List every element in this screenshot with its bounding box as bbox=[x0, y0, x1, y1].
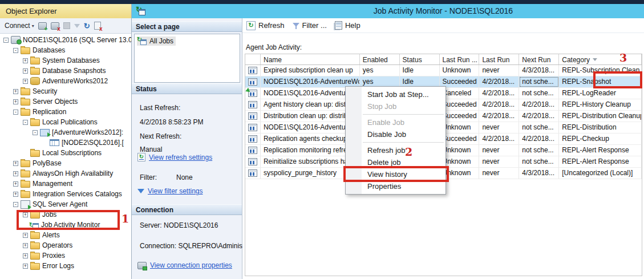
collapse-icon[interactable]: - bbox=[13, 48, 18, 53]
tree-item[interactable]: +Management bbox=[0, 179, 131, 189]
job-icon-cell bbox=[245, 76, 261, 87]
connect-server-icon[interactable] bbox=[38, 22, 47, 30]
annotation-number-3: 3 bbox=[619, 51, 627, 64]
view-connection-properties-link[interactable]: View connection properties bbox=[137, 261, 232, 269]
column-filter-icon[interactable] bbox=[593, 58, 597, 61]
expand-icon[interactable]: + bbox=[23, 68, 28, 74]
cell-category: REPL-History Cleanup bbox=[559, 99, 642, 110]
context-menu-item-disable-job[interactable]: Disable Job bbox=[346, 128, 445, 140]
cell-next-run: not sche... bbox=[519, 122, 559, 133]
tree-item-label: AlwaysOn High Availability bbox=[33, 168, 113, 179]
connect-button[interactable]: Connect ▾ bbox=[5, 22, 34, 30]
context-menu-item-refresh-job[interactable]: Refresh job bbox=[346, 144, 445, 156]
tree-item[interactable]: Local Subscriptions bbox=[0, 148, 131, 158]
cell-next-run: 4/3/2018... bbox=[519, 65, 559, 76]
tree-item[interactable]: +Proxies bbox=[0, 250, 131, 261]
grid-header-last-run-[interactable]: Last Run ... bbox=[440, 54, 480, 64]
expand-icon[interactable]: + bbox=[13, 171, 18, 176]
grid-header-category[interactable]: Category bbox=[559, 54, 642, 64]
grid-header-enabled[interactable]: Enabled bbox=[360, 54, 400, 64]
tree-item[interactable]: Job Activity Monitor bbox=[0, 220, 131, 230]
tree-item[interactable]: -Databases bbox=[0, 45, 131, 55]
context-menu-item-view-history[interactable]: View history bbox=[346, 168, 445, 180]
tree-item-label: Security bbox=[33, 86, 57, 96]
tree-item-label: NODE1\SQL2016 (SQL Server 13.0.1 bbox=[23, 35, 131, 45]
cell-category: REPL-Distribution Cleanup bbox=[559, 111, 642, 122]
tree-item[interactable]: +Error Logs bbox=[0, 261, 131, 271]
filter-button[interactable]: Filter ... bbox=[293, 21, 327, 30]
context-menu-item-start-job-at-step-[interactable]: Start Job at Step... bbox=[346, 88, 445, 100]
expand-icon[interactable]: + bbox=[13, 89, 18, 94]
refresh-settings-icon: ↻ bbox=[137, 153, 145, 161]
grid-header-last-run[interactable]: Last Run bbox=[479, 54, 519, 64]
object-explorer-panel: Object Explorer Connect ▾ ↻ -NODE1\SQL20… bbox=[0, 4, 132, 279]
filter-icon bbox=[293, 22, 299, 29]
cell-last-run: never bbox=[479, 65, 519, 76]
page-item-label: All Jobs bbox=[149, 37, 173, 45]
expand-icon[interactable]: + bbox=[23, 253, 28, 258]
expand-icon[interactable]: + bbox=[23, 243, 28, 248]
expand-icon[interactable]: + bbox=[23, 212, 28, 217]
view-filter-settings-link[interactable]: View filter settings bbox=[137, 187, 203, 195]
status-header: Status bbox=[132, 83, 242, 94]
tree-item[interactable]: +Security bbox=[0, 86, 131, 96]
tree-item[interactable]: +Alerts bbox=[0, 230, 131, 240]
tree-item[interactable]: +Server Objects bbox=[0, 96, 131, 107]
collapse-icon[interactable]: - bbox=[33, 130, 38, 135]
context-menu-item-properties[interactable]: Properties bbox=[346, 180, 445, 192]
context-menu-item-delete-job[interactable]: Delete job bbox=[346, 156, 445, 168]
expand-icon[interactable]: + bbox=[13, 192, 18, 197]
expand-icon[interactable]: + bbox=[13, 99, 18, 104]
tree-item[interactable]: -Local Publications bbox=[0, 117, 131, 127]
grid-header-status[interactable]: Status bbox=[400, 54, 440, 64]
expand-icon[interactable]: + bbox=[23, 264, 28, 269]
collapse-icon[interactable]: - bbox=[13, 202, 18, 207]
context-menu-item-stop-job: Stop Job bbox=[346, 100, 445, 112]
tree-item[interactable]: +System Databases bbox=[0, 55, 131, 66]
tree-item[interactable]: +PolyBase bbox=[0, 158, 131, 168]
view-refresh-settings-link[interactable]: ↻ View refresh settings bbox=[137, 153, 212, 161]
script-error-icon[interactable] bbox=[94, 22, 101, 30]
job-icon-cell bbox=[245, 88, 261, 99]
folder-icon bbox=[21, 181, 30, 188]
folder-icon bbox=[21, 47, 30, 54]
filter-label: Filter ... bbox=[302, 21, 327, 30]
expand-icon[interactable]: + bbox=[13, 161, 18, 166]
tree-item[interactable]: -NODE1\SQL2016 (SQL Server 13.0.1 bbox=[0, 35, 131, 45]
job-row[interactable]: Expired subscription clean upyesIdleUnkn… bbox=[245, 65, 642, 76]
cell-last-run: 4/2/2018... bbox=[479, 99, 519, 110]
help-button[interactable]: Help bbox=[335, 21, 361, 30]
expand-icon[interactable]: + bbox=[23, 58, 28, 63]
tree-item[interactable]: [NODE2\SQL2016].[ bbox=[0, 138, 131, 148]
cell-next-run: 4/3/2018... bbox=[519, 168, 559, 179]
tree-item[interactable]: +AdventureWorks2012 bbox=[0, 76, 131, 86]
disconnect-server-icon[interactable] bbox=[51, 22, 59, 30]
job-icon-cell bbox=[245, 145, 261, 156]
grid-header-name[interactable]: Name bbox=[261, 54, 360, 64]
cell-category: REPL-Subscription Clean... bbox=[559, 65, 642, 76]
filter-value: None bbox=[176, 173, 193, 181]
grid-label: Agent Job Activity: bbox=[246, 43, 302, 51]
page-item-all-jobs[interactable]: All Jobs bbox=[137, 37, 176, 46]
tree-item[interactable]: +Jobs bbox=[0, 209, 131, 220]
column-header-label: Enabled bbox=[363, 56, 388, 64]
tree-item[interactable]: +AlwaysOn High Availability bbox=[0, 168, 131, 179]
tree-item[interactable]: -[AdventureWorks2012]: bbox=[0, 127, 131, 138]
tree-item[interactable]: -Replication bbox=[0, 107, 131, 117]
collapse-icon[interactable]: - bbox=[13, 110, 18, 115]
tree-item[interactable]: +Integration Services Catalogs bbox=[0, 189, 131, 199]
refresh-button[interactable]: ↻ Refresh bbox=[246, 21, 285, 30]
grid-header-next-run[interactable]: Next Run bbox=[519, 54, 559, 64]
expand-icon[interactable]: + bbox=[23, 79, 28, 84]
tree-item[interactable]: -SQL Server Agent bbox=[0, 199, 131, 209]
expand-icon[interactable]: + bbox=[13, 181, 18, 187]
connection-properties-icon bbox=[137, 262, 147, 269]
refresh-icon[interactable]: ↻ bbox=[84, 22, 90, 30]
filter-icon[interactable] bbox=[74, 24, 80, 28]
collapse-icon[interactable]: - bbox=[23, 120, 28, 125]
expand-icon[interactable]: + bbox=[23, 233, 28, 238]
tree-item[interactable]: +Operators bbox=[0, 240, 131, 250]
cell-last-run: never bbox=[479, 156, 519, 167]
collapse-icon[interactable]: - bbox=[3, 38, 9, 43]
tree-item[interactable]: +Database Snapshots bbox=[0, 66, 131, 76]
